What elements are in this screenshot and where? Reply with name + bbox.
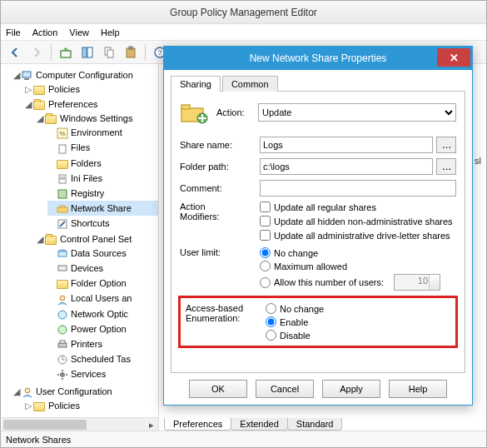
svg-rect-26 xyxy=(58,343,67,347)
tree-network-options[interactable]: Network Optic xyxy=(71,309,128,319)
radio-ul-allow[interactable] xyxy=(260,277,271,288)
radio-abe-nochange[interactable] xyxy=(266,303,276,314)
radio-abe-enable-label: Enable xyxy=(280,317,308,327)
datasource-icon xyxy=(57,248,68,260)
svg-rect-0 xyxy=(61,51,71,57)
radio-ul-max-label: Maximum allowed xyxy=(274,261,347,271)
tab-standard[interactable]: Standard xyxy=(287,418,343,431)
folder-icon xyxy=(33,402,45,411)
tab-preferences[interactable]: Preferences xyxy=(164,418,231,431)
show-hide-tree-button[interactable] xyxy=(78,43,97,62)
radio-abe-enable[interactable] xyxy=(266,316,276,327)
chk-regular-label: Update all regular shares xyxy=(274,202,376,212)
tree-preferences[interactable]: Preferences xyxy=(48,99,97,109)
menu-action[interactable]: Action xyxy=(32,27,58,37)
apply-button[interactable]: Apply xyxy=(322,380,380,398)
action-select[interactable]: Update xyxy=(258,103,456,122)
clipped-text: sl xyxy=(475,156,481,166)
svg-rect-27 xyxy=(60,341,65,343)
tree-twisty[interactable]: ▷ xyxy=(24,399,32,412)
tree-devices[interactable]: Devices xyxy=(71,263,103,273)
window-title: Group Policy Management Editor xyxy=(1,1,486,24)
back-button[interactable] xyxy=(6,43,24,62)
properties-dialog: New Network Share Properties ✕ Sharing C… xyxy=(163,46,473,406)
tree-user-config[interactable]: User Configuration xyxy=(36,386,112,396)
tree-twisty[interactable]: ◢ xyxy=(12,68,21,82)
tree-registry[interactable]: Registry xyxy=(71,188,104,198)
folder-path-input[interactable] xyxy=(260,158,433,175)
radio-abe-disable[interactable] xyxy=(266,330,276,341)
console-tree[interactable]: ◢Computer Configuration ▷Policies ◢Prefe… xyxy=(1,64,159,431)
ok-button[interactable]: OK xyxy=(189,380,247,398)
tab-sharing[interactable]: Sharing xyxy=(171,76,221,92)
tab-common[interactable]: Common xyxy=(222,76,278,92)
radio-abe-nochange-label: No change xyxy=(280,304,324,314)
tree-folder-options[interactable]: Folder Option xyxy=(71,278,127,288)
chk-drive-shares[interactable] xyxy=(260,230,271,241)
scrollbar-thumb[interactable] xyxy=(3,420,87,430)
tree-computer-config[interactable]: Computer Configuration xyxy=(36,70,133,80)
folder-icon xyxy=(45,236,57,245)
svg-rect-21 xyxy=(58,251,67,256)
radio-ul-nochange[interactable] xyxy=(260,247,271,258)
tree-twisty[interactable]: ◢ xyxy=(36,232,44,246)
tree-scrollbar[interactable]: ▸ xyxy=(2,417,158,431)
svg-text:%: % xyxy=(59,130,65,137)
tree-policies[interactable]: Policies xyxy=(48,84,80,94)
devices-icon xyxy=(57,263,68,275)
chk-regular-shares[interactable] xyxy=(260,202,271,212)
tree-network-shares[interactable]: Network Share xyxy=(71,203,132,213)
tree-ini[interactable]: Ini Files xyxy=(71,173,102,183)
svg-rect-4 xyxy=(107,50,113,57)
svg-point-23 xyxy=(60,296,65,301)
scroll-right-icon[interactable]: ▸ xyxy=(145,418,158,431)
tree-twisty[interactable]: ▷ xyxy=(24,82,32,96)
help-button[interactable]: Help xyxy=(389,380,447,398)
cancel-button[interactable]: Cancel xyxy=(256,380,314,398)
menu-help[interactable]: Help xyxy=(101,27,120,37)
tree-shortcuts[interactable]: Shortcuts xyxy=(71,218,109,228)
share-name-browse-button[interactable]: ... xyxy=(436,137,456,153)
tree-u-policies[interactable]: Policies xyxy=(48,401,80,411)
svg-rect-13 xyxy=(59,145,66,153)
environment-icon: % xyxy=(57,127,68,139)
folder-path-browse-button[interactable]: ... xyxy=(436,158,456,175)
folders-icon xyxy=(57,158,68,170)
tree-sched-tasks[interactable]: Scheduled Tas xyxy=(71,354,131,364)
folder-path-label: Folder path: xyxy=(180,162,260,172)
svg-point-31 xyxy=(60,372,65,377)
action-modifiers-label: Action Modifiers: xyxy=(180,202,260,222)
copy-button[interactable] xyxy=(100,43,118,62)
user-limit-label: User limit: xyxy=(180,247,260,257)
radio-ul-max[interactable] xyxy=(260,261,271,271)
close-button[interactable]: ✕ xyxy=(437,48,470,67)
paste-button[interactable] xyxy=(122,43,140,62)
network-options-icon xyxy=(57,309,68,321)
tree-twisty[interactable]: ◢ xyxy=(12,385,21,398)
tree-printers[interactable]: Printers xyxy=(71,339,102,349)
tree-folders[interactable]: Folders xyxy=(71,158,102,168)
tree-data-sources[interactable]: Data Sources xyxy=(71,248,127,258)
comment-input[interactable] xyxy=(260,180,456,197)
tree-twisty[interactable]: ◢ xyxy=(36,112,44,125)
tree-power-options[interactable]: Power Option xyxy=(71,324,127,334)
menu-file[interactable]: File xyxy=(6,27,21,37)
tree-local-users[interactable]: Local Users an xyxy=(71,293,132,303)
tree-files[interactable]: Files xyxy=(71,142,90,152)
chk-hidden-shares[interactable] xyxy=(260,216,271,226)
tree-control-panel[interactable]: Control Panel Set xyxy=(60,234,132,244)
schedtask-icon xyxy=(57,354,68,366)
shortcuts-icon xyxy=(57,218,68,230)
dialog-title-bar[interactable]: New Network Share Properties ✕ xyxy=(164,47,472,70)
share-name-input[interactable] xyxy=(260,137,433,153)
tab-extended[interactable]: Extended xyxy=(231,418,287,431)
tree-windows-settings[interactable]: Windows Settings xyxy=(60,113,132,123)
menu-view[interactable]: View xyxy=(69,27,89,37)
tree-services[interactable]: Services xyxy=(71,369,106,379)
dialog-tabstrip: Sharing Common xyxy=(171,75,465,92)
user-limit-spinner[interactable]: 10 xyxy=(394,274,440,291)
tree-environment[interactable]: Environment xyxy=(71,127,122,137)
tree-twisty[interactable]: ◢ xyxy=(24,97,32,111)
svg-rect-18 xyxy=(57,207,67,212)
up-button[interactable] xyxy=(57,43,75,62)
